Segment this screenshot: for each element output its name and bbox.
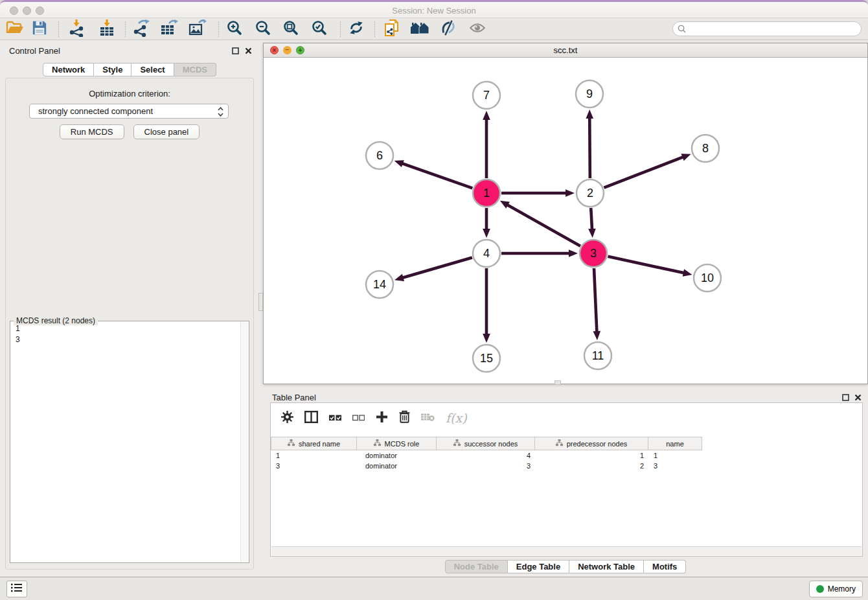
graph-edge-4-3[interactable]	[501, 249, 578, 257]
cell-name[interactable]: 1	[648, 450, 702, 461]
graph-node-11[interactable]: 11	[584, 342, 611, 369]
mcds-result-text[interactable]: 13	[16, 323, 238, 560]
unchecked-boxes-icon	[352, 412, 365, 424]
task-history-button[interactable]	[6, 581, 27, 597]
tab-mcds[interactable]: MCDS	[174, 63, 216, 76]
graph-node-3[interactable]: 3	[580, 240, 607, 267]
graph-node-6[interactable]: 6	[366, 142, 393, 169]
clone-network-button[interactable]	[380, 19, 404, 39]
network-window-title: scc.txt	[264, 45, 867, 55]
float-panel-icon[interactable]	[231, 46, 240, 55]
table-horizontal-scrollbar[interactable]	[271, 546, 862, 555]
hide-graphics-details-button[interactable]	[437, 19, 460, 39]
result-scrollbar[interactable]	[240, 322, 248, 562]
graph-node-15[interactable]: 15	[473, 345, 500, 372]
node-label: 8	[702, 142, 709, 155]
node-label: 10	[701, 271, 714, 284]
column-header-successor-nodes[interactable]: successor nodes	[437, 437, 535, 450]
tab-edge-table[interactable]: Edge Table	[508, 560, 569, 573]
export-network-button[interactable]	[130, 19, 153, 39]
close-panel-icon[interactable]	[244, 46, 253, 55]
graph-node-10[interactable]: 10	[694, 264, 721, 292]
zoom-in-button[interactable]	[223, 19, 246, 39]
houses-icon	[410, 21, 429, 38]
network-canvas[interactable]: 7968124314101511	[264, 58, 867, 384]
show-graphics-details-button[interactable]	[466, 19, 489, 39]
zoom-fit-button[interactable]	[279, 19, 303, 39]
graph-node-9[interactable]: 9	[576, 80, 603, 108]
search-input[interactable]	[686, 25, 861, 34]
column-header-predecessor-nodes[interactable]: predecessor nodes	[535, 437, 648, 450]
table-settings-button[interactable]	[281, 411, 293, 426]
cell-mcds-role[interactable]: dominator	[357, 450, 437, 461]
graphics-details-icon	[440, 19, 457, 39]
column-header-name[interactable]: name	[648, 437, 702, 450]
tab-node-table[interactable]: Node Table	[445, 560, 508, 573]
show-column-button[interactable]	[304, 411, 318, 426]
import-network-button[interactable]	[65, 19, 88, 39]
select-all-button[interactable]	[329, 412, 341, 424]
graph-edge-4-15[interactable]	[483, 268, 490, 343]
function-builder-button: f(x)	[446, 411, 467, 425]
network-overview-button[interactable]	[408, 19, 431, 39]
refresh-icon	[348, 20, 364, 38]
tab-network[interactable]: Network	[43, 63, 94, 76]
cell-shared-name[interactable]: 3	[271, 461, 357, 471]
graph-node-4[interactable]: 4	[473, 240, 500, 267]
apply-layout-button[interactable]	[345, 19, 368, 39]
tab-network-table[interactable]: Network Table	[569, 560, 644, 573]
graph-edge-3-10[interactable]	[608, 257, 692, 277]
tab-motifs[interactable]: Motifs	[644, 560, 686, 573]
graph-edge-2-9[interactable]	[586, 110, 593, 178]
zoom-selected-button[interactable]	[308, 19, 331, 39]
close-panel-button[interactable]: Close panel	[133, 124, 200, 139]
graph-edge-4-14[interactable]	[394, 257, 472, 281]
open-session-button[interactable]	[3, 19, 27, 39]
cell-shared-name[interactable]: 1	[271, 450, 357, 461]
create-column-button[interactable]	[376, 411, 388, 426]
zoom-out-icon	[255, 20, 271, 38]
tab-select[interactable]: Select	[131, 63, 174, 76]
export-image-button[interactable]	[186, 19, 209, 39]
graph-edge-1-4[interactable]	[483, 208, 490, 238]
column-header-shared-name[interactable]: shared name	[271, 437, 357, 450]
graph-node-1[interactable]: 1	[473, 179, 500, 207]
arrowhead-icon	[394, 160, 404, 167]
cell-successor-nodes[interactable]: 4	[437, 450, 535, 461]
mcds-result-box: 13	[10, 321, 249, 563]
cell-predecessor-nodes[interactable]: 2	[535, 461, 648, 471]
graph-node-7[interactable]: 7	[473, 82, 500, 109]
result-line: 3	[16, 334, 238, 345]
close-table-panel-icon[interactable]	[853, 393, 862, 402]
graph-node-2[interactable]: 2	[577, 179, 604, 207]
zoom-out-button[interactable]	[251, 19, 275, 39]
float-table-panel-icon[interactable]	[841, 393, 850, 402]
graph-edge-2-3[interactable]	[588, 208, 596, 238]
graph-node-14[interactable]: 14	[366, 271, 393, 298]
cell-mcds-role[interactable]: dominator	[357, 461, 437, 471]
tab-style[interactable]: Style	[94, 63, 131, 76]
cell-successor-nodes[interactable]: 3	[437, 461, 535, 471]
memory-button[interactable]: Memory	[809, 581, 863, 597]
cell-name[interactable]: 3	[648, 461, 702, 471]
save-session-button[interactable]	[28, 19, 51, 39]
run-mcds-button[interactable]: Run MCDS	[60, 124, 124, 139]
delete-column-button[interactable]	[399, 410, 410, 426]
cell-predecessor-nodes[interactable]: 1	[535, 450, 648, 461]
export-table-button[interactable]	[157, 19, 181, 39]
graph-edge-1-2[interactable]	[501, 189, 575, 197]
bottom-splitter-handle[interactable]	[554, 380, 561, 385]
graph-edge-2-8[interactable]	[604, 154, 691, 187]
criterion-dropdown[interactable]: strongly connected component	[29, 104, 229, 119]
graph-edge-3-11[interactable]	[593, 268, 601, 340]
graph-edge-3-1[interactable]	[500, 201, 580, 246]
graph-edge-1-6[interactable]	[394, 160, 473, 188]
import-table-button[interactable]	[95, 19, 119, 39]
graph-edge-1-7[interactable]	[483, 111, 490, 178]
left-splitter-handle[interactable]	[258, 293, 263, 311]
node-label: 3	[590, 247, 597, 260]
deselect-all-button[interactable]	[352, 412, 365, 424]
table-panel-tabs: Node TableEdge TableNetwork TableMotifs	[263, 560, 868, 573]
column-header-mcds-role[interactable]: MCDS role	[357, 437, 437, 450]
graph-node-8[interactable]: 8	[692, 135, 719, 162]
